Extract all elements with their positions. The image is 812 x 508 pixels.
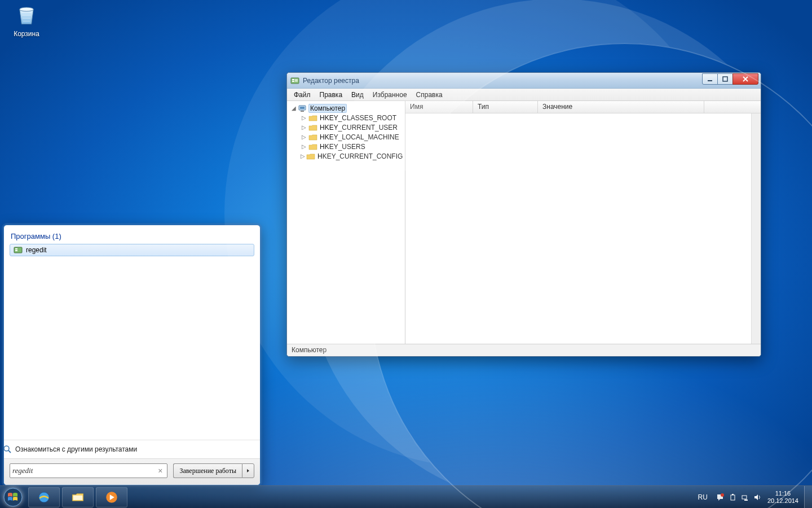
tray-volume-icon[interactable] bbox=[753, 493, 762, 502]
folder-icon bbox=[70, 490, 85, 505]
svg-rect-9 bbox=[301, 111, 304, 112]
tree-node-label: HKEY_USERS bbox=[319, 143, 367, 151]
folder-icon bbox=[308, 114, 317, 122]
svg-rect-3 bbox=[292, 81, 294, 82]
shutdown-options-button[interactable] bbox=[242, 463, 254, 478]
regedit-icon bbox=[290, 76, 299, 85]
clock-date: 20.12.2014 bbox=[767, 497, 798, 505]
recycle-bin-icon bbox=[15, 3, 38, 27]
svg-rect-2 bbox=[292, 79, 294, 80]
shutdown-button[interactable]: Завершение работы bbox=[173, 463, 242, 478]
tree-node-label: HKEY_CLASSES_ROOT bbox=[319, 114, 398, 122]
menu-help[interactable]: Справка bbox=[412, 90, 447, 100]
start-menu-panel: Программы (1) regedit Ознакомиться с дру… bbox=[3, 225, 261, 485]
status-bar: Компьютер bbox=[287, 344, 761, 356]
collapse-icon[interactable]: ◢ bbox=[290, 105, 297, 111]
tree-node-label: HKEY_CURRENT_CONFIG bbox=[316, 152, 404, 160]
svg-rect-4 bbox=[295, 79, 298, 82]
svg-rect-11 bbox=[15, 248, 17, 249]
clock-time: 11:16 bbox=[767, 490, 798, 497]
values-pane: Имя Тип Значение bbox=[405, 101, 761, 344]
search-result-item[interactable]: regedit bbox=[10, 244, 254, 256]
svg-line-14 bbox=[8, 450, 11, 453]
regedit-window: Редактор реестра Файл Правка Вид Избранн… bbox=[286, 72, 761, 357]
expand-icon[interactable]: ▷ bbox=[301, 134, 307, 140]
column-header-name[interactable]: Имя bbox=[405, 101, 473, 113]
tree-node-root[interactable]: ◢ Компьютер bbox=[288, 103, 404, 113]
tray-power-icon[interactable] bbox=[728, 493, 737, 502]
computer-icon bbox=[298, 104, 307, 112]
tree-node[interactable]: ▷HKEY_LOCAL_MACHINE bbox=[288, 132, 404, 142]
expand-icon[interactable]: ▷ bbox=[301, 115, 307, 121]
desktop-icon-label: Корзина bbox=[7, 30, 46, 38]
start-search-box[interactable]: × bbox=[10, 463, 167, 478]
desktop-icon-recycle-bin[interactable]: Корзина bbox=[7, 3, 46, 38]
search-group-programs: Программы (1) bbox=[10, 230, 254, 244]
maximize-icon bbox=[722, 76, 728, 82]
titlebar[interactable]: Редактор реестра bbox=[287, 73, 761, 89]
svg-rect-23 bbox=[742, 496, 747, 499]
tree-node-label: HKEY_LOCAL_MACHINE bbox=[319, 133, 400, 141]
see-more-results[interactable]: Ознакомиться с другими результатами bbox=[3, 440, 261, 458]
minimize-button[interactable] bbox=[702, 73, 718, 85]
start-search-input[interactable] bbox=[12, 466, 156, 475]
svg-rect-21 bbox=[731, 495, 735, 500]
menu-view[interactable]: Вид bbox=[347, 90, 368, 100]
system-tray: RU 11:16 20.12.2014 bbox=[692, 490, 804, 505]
list-header: Имя Тип Значение bbox=[405, 101, 761, 113]
tree-node-label: HKEY_CURRENT_USER bbox=[319, 124, 399, 132]
tree-node[interactable]: ▷HKEY_CLASSES_ROOT bbox=[288, 113, 404, 122]
tray-action-center-icon[interactable] bbox=[716, 493, 725, 502]
menu-edit[interactable]: Правка bbox=[315, 90, 347, 100]
taskbar: RU 11:16 20.12.2014 bbox=[0, 485, 812, 508]
folder-icon bbox=[306, 152, 315, 160]
svg-point-13 bbox=[4, 446, 9, 451]
column-header-value[interactable]: Значение bbox=[538, 101, 704, 113]
svg-rect-8 bbox=[300, 107, 304, 109]
menu-file[interactable]: Файл bbox=[289, 90, 315, 100]
svg-rect-18 bbox=[73, 495, 82, 500]
search-result-label: regedit bbox=[26, 246, 47, 254]
menu-favorites[interactable]: Избранное bbox=[368, 90, 412, 100]
column-header-extra[interactable] bbox=[704, 101, 761, 113]
maximize-button[interactable] bbox=[717, 73, 733, 85]
svg-rect-22 bbox=[732, 494, 734, 495]
clear-search-button[interactable]: × bbox=[156, 466, 165, 475]
see-more-label: Ознакомиться с другими результатами bbox=[15, 445, 137, 453]
taskbar-clock[interactable]: 11:16 20.12.2014 bbox=[767, 490, 801, 505]
svg-rect-24 bbox=[744, 500, 748, 501]
tree-node[interactable]: ▷HKEY_CURRENT_USER bbox=[288, 122, 404, 132]
language-indicator[interactable]: RU bbox=[696, 492, 710, 502]
values-list[interactable] bbox=[405, 113, 761, 344]
show-desktop-button[interactable] bbox=[804, 486, 812, 509]
svg-point-0 bbox=[20, 7, 34, 11]
internet-explorer-icon bbox=[37, 490, 51, 505]
taskbar-pin-ie[interactable] bbox=[28, 487, 60, 507]
tree-node-label: Компьютер bbox=[308, 104, 347, 113]
tree-node[interactable]: ▷HKEY_USERS bbox=[288, 142, 404, 151]
expand-icon[interactable]: ▷ bbox=[301, 124, 307, 130]
svg-rect-5 bbox=[708, 80, 712, 81]
registry-tree[interactable]: ◢ Компьютер ▷HKEY_CLASSES_ROOT▷HKEY_CURR… bbox=[287, 101, 405, 344]
start-button[interactable] bbox=[0, 486, 26, 509]
expand-icon[interactable]: ▷ bbox=[301, 153, 305, 159]
tree-node[interactable]: ▷HKEY_CURRENT_CONFIG bbox=[288, 151, 404, 161]
regedit-icon bbox=[14, 246, 23, 255]
expand-icon[interactable]: ▷ bbox=[301, 143, 307, 150]
close-button[interactable] bbox=[732, 73, 758, 85]
windows-logo-icon bbox=[3, 488, 23, 507]
chevron-right-icon bbox=[246, 468, 250, 473]
media-player-icon bbox=[104, 490, 119, 505]
taskbar-pin-explorer[interactable] bbox=[62, 487, 94, 507]
svg-rect-6 bbox=[723, 77, 727, 81]
tray-network-icon[interactable] bbox=[740, 493, 749, 502]
column-header-type[interactable]: Тип bbox=[473, 101, 538, 113]
menubar: Файл Правка Вид Избранное Справка bbox=[287, 89, 761, 101]
taskbar-pin-media-player[interactable] bbox=[96, 487, 127, 507]
svg-point-20 bbox=[721, 493, 724, 497]
folder-icon bbox=[308, 133, 317, 141]
close-icon bbox=[742, 76, 749, 82]
svg-rect-12 bbox=[15, 250, 17, 251]
vertical-scrollbar[interactable] bbox=[751, 113, 761, 344]
window-title: Редактор реестра bbox=[303, 77, 703, 85]
